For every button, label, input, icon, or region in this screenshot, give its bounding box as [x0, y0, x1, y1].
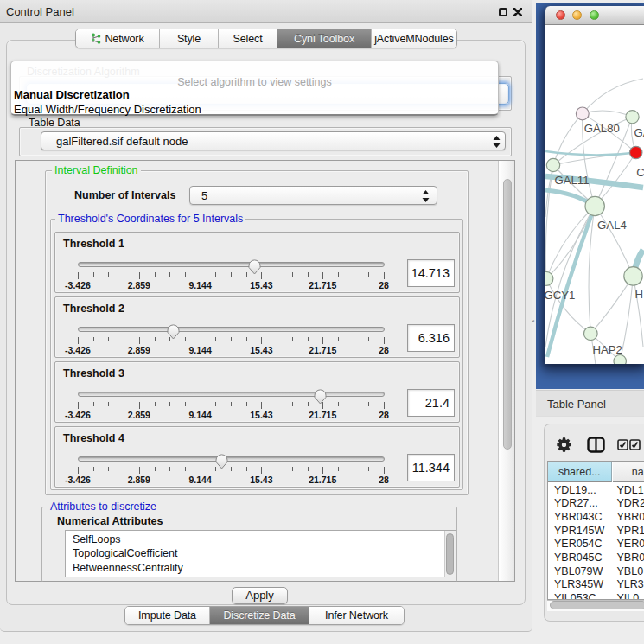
threshold-3-value-field[interactable]: 21.4	[407, 389, 455, 417]
column-header-shared-name[interactable]: shared...	[548, 462, 612, 482]
table-cell-shared[interactable]: YBL079W	[554, 565, 603, 577]
tab-infer-network[interactable]: Infer Network	[309, 607, 404, 624]
threshold-2-slider-track[interactable]	[78, 327, 385, 332]
close-icon[interactable]	[513, 8, 522, 16]
attributes-scrollbar-thumb[interactable]	[446, 533, 454, 575]
tab-select[interactable]: Select	[218, 29, 277, 48]
interval-definition-title: Interval Definition	[52, 164, 141, 176]
apply-button[interactable]: Apply	[232, 587, 288, 604]
window-title: Control Panel	[6, 5, 74, 18]
slider-tick-label: 2.859	[128, 345, 150, 355]
network-node-label: HAP2	[592, 343, 622, 356]
threshold-4-value-field[interactable]: 11.344	[407, 454, 455, 481]
table-cell-name[interactable]: YLR3	[617, 578, 644, 590]
network-node-gcy1[interactable]	[545, 271, 553, 285]
table-cell-shared[interactable]: YIL053C	[554, 592, 596, 600]
popup-item-manual-discretization[interactable]: Manual Discretization	[14, 88, 130, 101]
table-cell-name[interactable]: YPR1	[617, 525, 644, 537]
network-desktop: GAL80GACGAL11GAL4HGCY1HAP2	[536, 3, 644, 389]
table-cell-name[interactable]: YIL0	[617, 592, 640, 600]
table-cell-name[interactable]: YDR2	[617, 497, 644, 509]
threshold-2-value-field[interactable]: 6.316	[407, 324, 455, 352]
slider-tick-label: -3.426	[65, 410, 91, 420]
network-edge-thick[interactable]	[545, 151, 636, 155]
table-cell-name[interactable]: YBR0	[617, 552, 644, 564]
network-node-h[interactable]	[624, 267, 642, 285]
threshold-1-slider-track[interactable]	[78, 262, 385, 267]
network-node-gal11[interactable]	[546, 158, 559, 171]
float-window-icon[interactable]	[499, 8, 507, 16]
network-edge[interactable]	[595, 207, 633, 277]
attribute-item-selfloops[interactable]: SelfLoops	[73, 533, 121, 545]
network-edge[interactable]	[553, 113, 583, 165]
table-cell-shared[interactable]: YDR27...	[554, 497, 598, 509]
table-cell-shared[interactable]: YLR345W	[554, 578, 603, 590]
split-divider-grip[interactable]: ◂	[532, 318, 535, 323]
numerical-attributes-list[interactable]: SelfLoopsTopologicalCoefficientBetweenne…	[65, 530, 456, 577]
table-cell-name[interactable]: YBL0	[617, 565, 644, 577]
threshold-1-value-field[interactable]: 14.713	[407, 259, 455, 287]
number-of-intervals-value: 5	[201, 189, 207, 202]
checkbox-icon[interactable]	[629, 439, 641, 450]
tab-jactivemnodules[interactable]: jActiveMNodules	[371, 29, 456, 48]
network-node-c[interactable]	[630, 146, 642, 158]
threshold-2-box: Threshold 2-3.4262.8599.14415.4321.71528…	[54, 296, 460, 358]
zoom-traffic-light[interactable]	[590, 10, 599, 20]
algorithm-dropdown-popup: Select algorithm to view settings Manual…	[10, 61, 499, 116]
slider-ticks	[78, 402, 386, 409]
tab-impute-data[interactable]: Impute Data	[125, 607, 209, 624]
network-edge[interactable]	[546, 207, 595, 279]
threshold-4-slider-track[interactable]	[78, 456, 385, 462]
network-node-ga[interactable]	[626, 111, 639, 124]
tab-cyni-toolbox[interactable]: Cyni Toolbox	[277, 29, 371, 48]
network-node-hap2[interactable]	[584, 327, 598, 341]
network-node-label: GCY1	[545, 289, 575, 302]
network-window-titlebar	[545, 6, 644, 25]
table-cell-shared[interactable]: YBR043C	[554, 511, 603, 523]
table-cell-name[interactable]: YBR0	[617, 511, 644, 523]
threshold-3-slider-track[interactable]	[78, 392, 385, 397]
table-cell-shared[interactable]: YPR145W	[554, 525, 604, 537]
network-node-gal4[interactable]	[585, 196, 604, 215]
network-icon	[91, 33, 101, 45]
table-cell-shared[interactable]: YER054C	[554, 538, 603, 550]
tab-label: Infer Network	[325, 609, 388, 622]
popup-hint-item[interactable]: Select algorithm to view settings	[11, 76, 498, 88]
split-column-icon[interactable]	[587, 437, 605, 453]
table-cell-shared[interactable]: YBR045C	[554, 552, 603, 564]
slider-tick-label: -3.426	[65, 345, 91, 355]
threshold-3-box: Threshold 3-3.4262.8599.14415.4321.71528…	[54, 361, 460, 423]
tab-label: Discretize Data	[223, 609, 295, 622]
tab-network[interactable]: Network	[76, 29, 159, 48]
threshold-1-box: Threshold 1-3.4262.8599.14415.4321.71528…	[54, 232, 460, 293]
popup-item-equal-width[interactable]: Equal Width/Frequency Discretization	[14, 103, 201, 116]
attributes-panel-title: Attributes to discretize	[48, 501, 159, 513]
settings-scrollbar-thumb[interactable]	[503, 179, 512, 450]
attribute-item-betweennesscentrality[interactable]: BetweennessCentrality	[73, 562, 183, 574]
network-edge[interactable]	[583, 111, 633, 117]
checkbox-icon[interactable]	[617, 439, 628, 450]
table-data-combobox[interactable]: galFiltered.sif default node	[41, 131, 506, 150]
network-edge[interactable]	[583, 79, 643, 113]
close-traffic-light[interactable]	[556, 10, 565, 20]
network-edge[interactable]	[546, 207, 595, 279]
gear-icon[interactable]	[556, 437, 572, 453]
tab-style[interactable]: Style	[159, 29, 218, 48]
table-cell-shared[interactable]: YDL19...	[554, 484, 596, 496]
network-edge[interactable]	[634, 276, 644, 347]
column-header-name[interactable]: name	[613, 462, 644, 482]
desktop: Control Panel NetworkStyleSelectCyni Too…	[0, 0, 644, 644]
network-node-gal80[interactable]	[576, 107, 589, 120]
control-panel-window: Control Panel NetworkStyleSelectCyni Too…	[0, 0, 532, 632]
network-node[interactable]	[614, 355, 626, 365]
table-cell-name[interactable]: YDL1	[617, 484, 644, 496]
slider-tick-label: 2.859	[128, 410, 150, 420]
network-canvas[interactable]: GAL80GACGAL11GAL4HGCY1HAP2	[545, 25, 644, 364]
table-cell-name[interactable]: YER0	[617, 538, 644, 550]
tab-label: Network	[105, 33, 143, 45]
minimize-traffic-light[interactable]	[572, 10, 582, 20]
table-hscrollbar-thumb[interactable]	[550, 601, 644, 609]
tab-discretize-data[interactable]: Discretize Data	[209, 607, 309, 624]
attribute-item-topologicalcoefficient[interactable]: TopologicalCoefficient	[73, 547, 177, 559]
number-of-intervals-combobox[interactable]: 5	[189, 186, 437, 205]
